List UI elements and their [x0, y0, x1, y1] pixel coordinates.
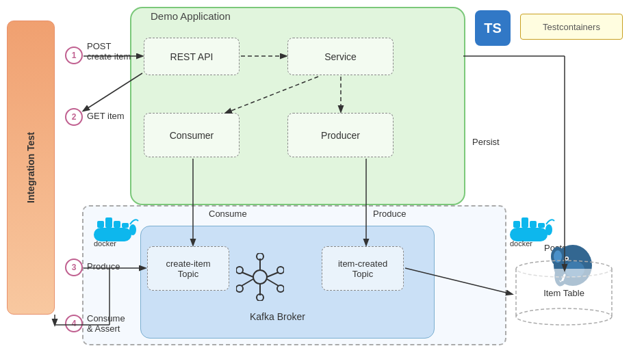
step-4-circle: 4 [65, 315, 83, 332]
svg-point-36 [516, 308, 612, 325]
svg-text:docker: docker [510, 239, 532, 248]
ts-badge-label: TS [484, 21, 502, 36]
kafka-icon [236, 253, 284, 303]
create-item-topic-box: create-itemTopic [147, 246, 229, 291]
svg-point-15 [277, 267, 284, 274]
typescript-badge: TS [475, 10, 511, 46]
svg-point-13 [236, 267, 243, 274]
consumer-label: Consumer [170, 130, 214, 141]
svg-rect-22 [521, 217, 528, 228]
svg-rect-21 [513, 221, 520, 228]
step-3-circle: 3 [65, 259, 83, 276]
svg-rect-1 [97, 221, 104, 228]
svg-line-16 [242, 279, 253, 286]
kafka-broker-label: Kafka Broker [250, 311, 305, 322]
persist-label: Persist [472, 137, 500, 147]
diagram-container: Integration Test Demo Application TS RES… [0, 0, 644, 357]
step-1-circle: 1 [65, 47, 83, 64]
svg-rect-3 [114, 221, 120, 228]
step-2-label: GET item [87, 111, 125, 121]
docker-logo-left: docker [90, 211, 145, 250]
svg-point-25 [545, 224, 552, 235]
item-table-container: Item Table [511, 259, 617, 329]
svg-rect-2 [105, 217, 112, 228]
create-item-topic-label: create-itemTopic [166, 259, 210, 279]
produce-label-top: Produce [373, 209, 406, 219]
producer-box: Producer [287, 113, 394, 157]
svg-point-5 [129, 224, 136, 235]
service-box: Service [287, 38, 394, 75]
service-label: Service [324, 51, 357, 62]
rest-api-label: REST API [170, 51, 214, 62]
svg-text:docker: docker [94, 239, 116, 248]
step-1-label: POSTcreate item [87, 41, 131, 62]
step-2-circle: 2 [65, 108, 83, 126]
svg-point-17 [236, 285, 243, 292]
svg-text:Item Table: Item Table [543, 288, 584, 298]
svg-rect-4 [122, 223, 129, 228]
consume-label: Consume [209, 209, 247, 219]
svg-point-7 [253, 270, 267, 284]
integration-test-box: Integration Test [7, 21, 55, 315]
item-created-topic-label: item-createdTopic [338, 259, 387, 279]
demo-app-area [130, 7, 465, 205]
step-3-label: Produce [87, 261, 120, 272]
testcontainers-label: Testcontainers [543, 22, 600, 32]
testcontainers-box: Testcontainers [520, 14, 623, 40]
consumer-box: Consumer [144, 113, 240, 157]
svg-point-19 [277, 285, 284, 292]
svg-rect-23 [530, 221, 537, 228]
producer-label: Producer [321, 130, 360, 141]
svg-line-18 [267, 279, 279, 286]
svg-line-12 [242, 272, 253, 277]
demo-app-label: Demo Application [151, 10, 231, 22]
integration-test-label: Integration Test [25, 132, 36, 203]
step-4-label: Consume& Assert [87, 313, 125, 334]
svg-line-14 [267, 272, 279, 277]
item-created-topic-box: item-createdTopic [322, 246, 404, 291]
svg-rect-24 [538, 223, 545, 228]
rest-api-box: REST API [144, 38, 240, 75]
